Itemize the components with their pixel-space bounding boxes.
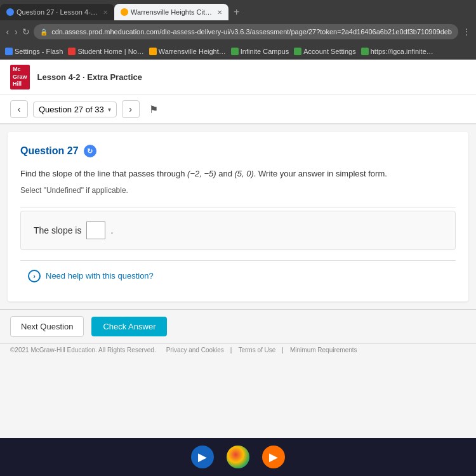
logo-line1: Mc <box>13 66 27 74</box>
bookmark-warrensville[interactable]: Warrensville Height… <box>149 48 226 55</box>
taskbar: ▶ ● ▶ <box>0 438 476 476</box>
action-bar: Next Question Check Answer <box>0 309 476 343</box>
browser-chrome: Question 27 · Lesson 4-2 · Extra · ✕ War… <box>0 0 476 60</box>
new-tab-button[interactable]: + <box>228 6 244 18</box>
bookmark-icon-settings <box>5 48 13 55</box>
bookmark-label-5: https://igca.infinite… <box>371 48 433 55</box>
help-circle-icon: › <box>28 270 41 282</box>
taskbar-icon-3[interactable]: ▶ <box>262 446 285 468</box>
question-body-text: Find the slope of the line that passes t… <box>20 168 456 181</box>
slope-prefix-text: The slope is <box>34 225 81 235</box>
bookmark-student-home[interactable]: Student Home | No… <box>68 48 143 55</box>
mh-header: Mc Graw Hill Lesson 4-2 · Extra Practice <box>0 60 476 95</box>
address-bar-row: ‹ › ↻ 🔒 cdn.assess.prod.mheducation.com/… <box>0 20 476 43</box>
back-button[interactable]: ‹ <box>5 24 10 39</box>
taskbar-icon-1[interactable]: ▶ <box>191 446 214 468</box>
question-title-text: Question 27 <box>20 145 79 157</box>
page-content: Mc Graw Hill Lesson 4-2 · Extra Practice… <box>0 60 476 438</box>
footer-privacy-link[interactable]: Privacy and Cookies <box>166 347 224 354</box>
footer-links: Privacy and Cookies | Terms of Use | Min… <box>166 347 357 354</box>
tab-bar: Question 27 · Lesson 4-2 · Extra · ✕ War… <box>0 0 476 20</box>
footer-terms-link[interactable]: Terms of Use <box>238 347 275 354</box>
question-selector-label: Question 27 of 33 <box>39 105 104 114</box>
dropdown-arrow-icon: ▾ <box>108 106 111 113</box>
question-nav: ‹ Question 27 of 33 ▾ › ⚑ <box>0 95 476 124</box>
tab1-close[interactable]: ✕ <box>103 9 108 16</box>
bookmark-icon-account <box>294 48 301 55</box>
address-bar[interactable]: 🔒 cdn.assess.prod.mheducation.com/dle-as… <box>34 24 458 39</box>
question-subtext: Select "Undefined" if applicable. <box>20 186 456 195</box>
back-arrow-icon: ‹ <box>18 104 21 114</box>
footer-requirements-link[interactable]: Minimum Requirements <box>290 347 357 354</box>
bookmark-icon-warrensville <box>149 48 157 55</box>
bookmark-button[interactable]: ⚑ <box>145 100 162 118</box>
bookmark-flag-icon: ⚑ <box>149 104 158 115</box>
bookmark-settings[interactable]: Settings - Flash <box>5 48 63 55</box>
bookmark-icon-igca <box>361 48 369 55</box>
bookmark-account-settings[interactable]: Account Settings <box>294 48 356 55</box>
forward-arrow-icon: › <box>129 104 132 114</box>
question-title-row: Question 27 ↻ <box>20 145 456 157</box>
bookmark-label-4: Account Settings <box>303 48 356 55</box>
tab2-favicon <box>121 8 128 16</box>
question-selector[interactable]: Question 27 of 33 ▾ <box>33 102 117 117</box>
next-question-button[interactable]: Next Question <box>10 316 84 337</box>
question-refresh-icon[interactable]: ↻ <box>84 145 96 157</box>
help-link-text: Need help with this question? <box>46 271 154 281</box>
bookmarks-bar: Settings - Flash Student Home | No… Warr… <box>0 43 476 60</box>
tab1-favicon <box>6 8 14 16</box>
slope-answer-input[interactable] <box>86 221 105 239</box>
bookmark-icon-student <box>68 48 76 55</box>
lock-icon: 🔒 <box>40 29 48 36</box>
reload-button[interactable]: ↻ <box>22 24 30 39</box>
tab2-close[interactable]: ✕ <box>217 9 222 16</box>
url-text: cdn.assess.prod.mheducation.com/dle-asse… <box>51 28 452 36</box>
bookmark-infinite-campus[interactable]: Infinite Campus <box>231 48 289 55</box>
bookmark-icon-infinite <box>231 48 239 55</box>
footer-copyright: ©2021 McGraw-Hill Education. All Rights … <box>10 347 156 354</box>
mh-logo: Mc Graw Hill <box>10 65 30 89</box>
forward-button[interactable]: › <box>14 24 19 39</box>
help-section[interactable]: › Need help with this question? <box>20 263 456 289</box>
bookmark-label-1: Student Home | No… <box>77 48 143 55</box>
tab-1[interactable]: Question 27 · Lesson 4-2 · Extra · ✕ <box>0 4 114 20</box>
tab-2[interactable]: Warrensville Heights City Schoo… ✕ <box>114 4 228 20</box>
divider-2 <box>20 260 456 261</box>
logo-line3: Hill <box>13 81 27 88</box>
taskbar-icon-chrome[interactable]: ● <box>227 446 249 468</box>
tab1-label: Question 27 · Lesson 4-2 · Extra · <box>17 8 98 16</box>
question-area: Question 27 ↻ Find the slope of the line… <box>8 132 468 301</box>
check-answer-button[interactable]: Check Answer <box>91 317 167 336</box>
question-forward-button[interactable]: › <box>122 100 140 118</box>
bookmark-igca[interactable]: https://igca.infinite… <box>361 48 433 55</box>
bookmark-label-2: Warrensville Height… <box>159 48 226 55</box>
tab2-label: Warrensville Heights City Schoo… <box>131 8 212 16</box>
bookmark-label-0: Settings - Flash <box>15 48 63 55</box>
footer: ©2021 McGraw-Hill Education. All Rights … <box>0 343 476 356</box>
answer-section: The slope is . <box>20 211 456 250</box>
slope-row: The slope is . <box>34 221 442 239</box>
extensions-button[interactable]: ⋮ <box>462 24 471 39</box>
bookmark-label-3: Infinite Campus <box>241 48 289 55</box>
question-back-button[interactable]: ‹ <box>10 100 28 118</box>
logo-line2: Graw <box>13 74 27 81</box>
slope-suffix-text: . <box>110 225 113 235</box>
lesson-label: Lesson 4-2 · Extra Practice <box>37 72 142 82</box>
divider-1 <box>20 208 456 208</box>
